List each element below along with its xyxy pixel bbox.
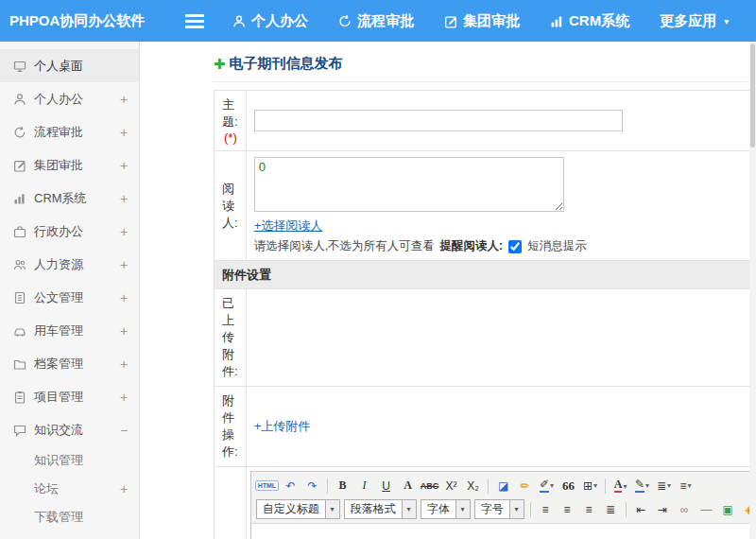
expand-indicator[interactable]: +	[118, 125, 129, 140]
toolbar-separator	[530, 502, 531, 517]
line-color-button[interactable]: ✎▾	[632, 476, 652, 496]
remove-format-button[interactable]: ◪	[493, 476, 513, 496]
upload-attachment-link[interactable]: +上传附件	[254, 418, 311, 435]
user-icon	[13, 93, 26, 106]
redo-button[interactable]: ↷	[302, 476, 322, 496]
sidebar-subitem-forum[interactable]: 论坛 +	[0, 475, 139, 503]
nav-more-apps[interactable]: 更多应用 ▾	[660, 12, 729, 30]
outdent-button[interactable]: ⇤	[631, 499, 651, 519]
ordered-list-button[interactable]: ≣▾	[654, 476, 674, 496]
custom-heading-dropdown[interactable]: 自定义标题▾	[256, 499, 340, 519]
sms-remind-checkbox[interactable]	[508, 240, 522, 253]
undo-button[interactable]: ↶	[281, 476, 301, 496]
subject-row: 主题:(*)	[215, 91, 756, 151]
nav-personal-office[interactable]: 个人办公	[232, 12, 308, 30]
sidebar-item-crm-system[interactable]: CRM系统 +	[0, 182, 139, 215]
collapse-indicator[interactable]: −	[118, 423, 129, 438]
expand-indicator[interactable]: +	[118, 390, 129, 405]
sidebar-item-personal-office[interactable]: 个人办公 +	[0, 82, 139, 115]
main-content: ✚ 电子期刊信息发布 主题:(*) 阅读人:	[140, 42, 756, 539]
horizontal-rule-button[interactable]: —	[696, 499, 716, 519]
italic-button[interactable]: I	[354, 476, 374, 496]
editor-toolbar-row2: 自定义标题▾ 段落格式▾ 字体▾ 字号▾ ≡ ≡ ≡ ≣	[254, 497, 756, 521]
bar-chart-icon	[13, 192, 26, 205]
sidebar-item-vehicle-management[interactable]: 用车管理 +	[0, 314, 139, 347]
chevron-down-icon: ▾	[325, 500, 339, 518]
sidebar-item-human-resources[interactable]: 人力资源 +	[0, 248, 139, 281]
table-button[interactable]: ⊞▾	[580, 476, 600, 496]
blockquote-button[interactable]: 66	[558, 476, 578, 496]
menu-toggle-icon[interactable]	[185, 14, 204, 28]
sidebar-item-document-management[interactable]: 公文管理 +	[0, 281, 139, 314]
sidebar-subitem-public-file-cabinet[interactable]: 公共文件柜	[0, 531, 139, 539]
nav-crm-system[interactable]: CRM系统	[550, 12, 629, 30]
sidebar-item-knowledge-exchange[interactable]: 知识交流 −	[0, 413, 139, 446]
expand-indicator[interactable]: +	[118, 92, 129, 107]
sidebar-item-desktop[interactable]: 个人桌面	[0, 49, 139, 82]
subject-input[interactable]	[254, 110, 623, 131]
align-left-button[interactable]: ≡	[536, 499, 556, 519]
select-readers-link[interactable]: +选择阅读人	[254, 217, 323, 235]
underline-button[interactable]: U	[376, 476, 396, 496]
expand-indicator[interactable]: +	[118, 224, 129, 239]
expand-indicator[interactable]: +	[118, 290, 129, 305]
indent-button[interactable]: ⇥	[653, 499, 673, 519]
align-right-button[interactable]: ≡	[579, 499, 599, 519]
link-button[interactable]: ∞	[675, 499, 695, 519]
nav-workflow-approval[interactable]: 流程审批	[338, 12, 414, 30]
font-family-dropdown[interactable]: 字体▾	[421, 499, 471, 519]
sidebar-subitem-download-management[interactable]: 下载管理	[0, 503, 139, 531]
align-center-button[interactable]: ≡	[558, 499, 577, 519]
sidebar-item-workflow-approval[interactable]: 流程审批 +	[0, 115, 139, 148]
expand-indicator[interactable]: +	[118, 356, 129, 372]
chevron-down-icon: ▾	[724, 16, 729, 26]
app-logo[interactable]: PHPOA协同办公软件	[0, 12, 185, 30]
strikethrough-button[interactable]: ABC	[420, 476, 439, 496]
sidebar-item-project-management[interactable]: 项目管理 +	[0, 380, 139, 413]
superscript-button[interactable]: X²	[441, 476, 461, 496]
font-color-button[interactable]: A▾	[610, 476, 630, 496]
expand-indicator[interactable]: +	[118, 481, 129, 496]
sidebar-item-label: 用车管理	[34, 322, 111, 339]
nav-label: 集团审批	[463, 12, 520, 30]
sidebar-subitem-knowledge-management[interactable]: 知识管理	[0, 446, 139, 475]
nav-group-approval[interactable]: 集团审批	[444, 12, 520, 30]
expand-indicator[interactable]: +	[118, 323, 129, 339]
uploaded-attachments-value	[246, 289, 756, 387]
html-source-button[interactable]: HTML	[255, 476, 279, 496]
paragraph-format-dropdown[interactable]: 段落格式▾	[344, 499, 417, 519]
format-brush-button[interactable]: ✏	[515, 476, 535, 496]
toolbar-separator	[605, 478, 606, 494]
toolbar-separator	[626, 502, 627, 517]
vertical-scrollbar[interactable]	[749, 42, 756, 539]
folder-icon	[13, 357, 26, 371]
align-justify-button[interactable]: ≣	[601, 499, 621, 519]
desktop-icon	[13, 60, 26, 73]
chevron-down-icon: ▾	[509, 500, 524, 518]
sidebar-item-group-approval[interactable]: 集团审批 +	[0, 148, 139, 182]
font-size-dropdown[interactable]: 字号▾	[474, 499, 524, 519]
bold-button[interactable]: B	[333, 476, 352, 496]
app-window: PHPOA协同办公软件 个人办公 流程审批 集团审批 CRM系统 更多应用 ▾	[0, 0, 756, 539]
expand-indicator[interactable]: +	[118, 257, 129, 272]
sidebar-item-admin-office[interactable]: 行政办公 +	[0, 215, 139, 248]
image-button[interactable]: ▣	[718, 499, 738, 519]
readers-textarea[interactable]: 0	[254, 157, 564, 212]
sidebar-subitem-label: 知识管理	[34, 452, 118, 469]
expand-indicator[interactable]: +	[118, 191, 129, 206]
chat-icon	[13, 424, 26, 437]
unordered-list-button[interactable]: ≡▾	[676, 476, 696, 496]
subject-label: 主题:	[222, 97, 238, 129]
sidebar-item-label: 知识交流	[34, 422, 111, 439]
highlight-pen-button[interactable]: ✐▾	[537, 476, 557, 496]
sidebar-subitem-label: 下载管理	[34, 509, 118, 526]
subscript-button[interactable]: X₂	[463, 476, 483, 496]
attachment-section-title: 附件设置	[215, 261, 756, 289]
readers-hint: 请选择阅读人,不选为所有人可查看	[254, 238, 435, 254]
font-button[interactable]: A	[398, 476, 418, 496]
sidebar-item-archive-management[interactable]: 档案管理 +	[0, 347, 139, 380]
expand-indicator[interactable]: +	[118, 158, 129, 173]
editor-content[interactable]	[251, 524, 756, 539]
attachment-section-row: 附件设置	[215, 261, 756, 289]
scrollbar-thumb[interactable]	[750, 43, 755, 148]
